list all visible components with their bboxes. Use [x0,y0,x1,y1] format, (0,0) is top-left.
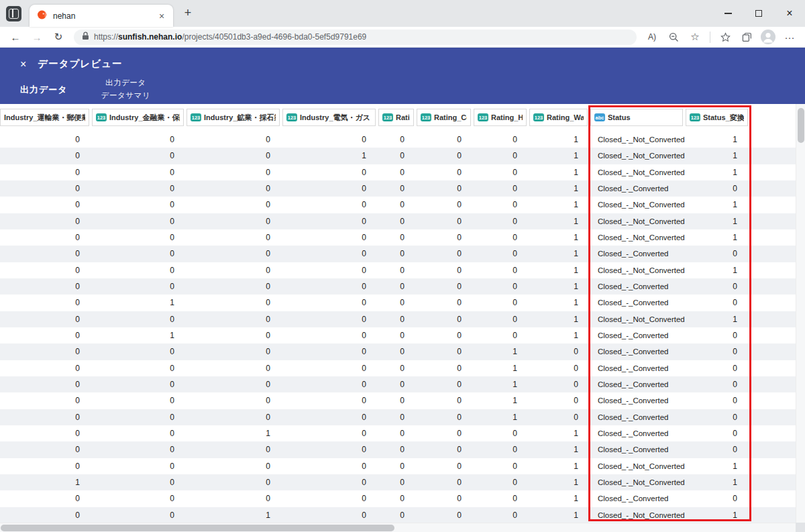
cell-rating-cold: 0 [417,262,474,278]
cell-status-converted: 0 [686,343,751,360]
column-header-industry-mining[interactable]: 123Industry_鉱業・採石業... [186,109,280,126]
cell-rating-cold: 0 [417,164,474,180]
table-row: 00000010Closed_-_Converted0 [0,343,796,360]
zoom-out-icon[interactable] [665,29,682,45]
cell-industry-transport: 0 [0,131,92,148]
vertical-scrollbar[interactable] [796,104,805,523]
cell-industry-mining: 0 [186,246,282,262]
column-header-rating-warm[interactable]: 123Rating_Warm [529,109,588,126]
horizontal-scrollbar-thumb[interactable] [1,525,394,531]
cell-rating: 0 [378,327,417,343]
column-header-industry-finance[interactable]: 123Industry_金融業・保険業 [92,109,184,126]
cell-industry-mining: 0 [186,327,282,343]
cell-industry-transport: 0 [0,376,92,392]
settings-menu-icon[interactable]: ··· [781,29,798,45]
cell-industry-mining: 0 [186,311,282,327]
cell-status: Closed_-_Converted [590,278,686,295]
refresh-button[interactable]: ↻ [50,29,67,45]
column-header-industry-utility[interactable]: 123Industry_電気・ガス・... [282,109,376,126]
vertical-scrollbar-thumb[interactable] [798,108,804,143]
cell-industry-transport: 0 [0,164,92,180]
column-header-industry-transport[interactable]: Industry_運輸業・郵便業 [0,109,89,126]
column-label: Status_変換後 [703,113,744,123]
cell-industry-utility: 0 [282,441,378,458]
table-row: 10000001Closed_-_Not_Converted1 [0,474,796,490]
toolbar-divider [710,32,710,43]
column-label: Rating_ [396,113,410,121]
cell-industry-utility: 0 [282,327,378,343]
cell-rating-hot: 0 [474,425,529,441]
table-row: 00010001Closed_-_Not_Converted1 [0,148,796,164]
cell-status-converted: 1 [686,458,751,474]
cell-industry-transport: 0 [0,458,92,474]
column-label: Industry_鉱業・採石業... [204,113,276,123]
lock-icon [82,31,89,43]
cell-rating: 0 [378,507,417,523]
url-text: https://sunfish.nehan.io/projects/40501d… [94,32,366,42]
browser-tab[interactable]: nehan × [30,5,173,27]
cell-industry-transport: 0 [0,278,92,295]
cell-rating-warm: 1 [529,197,590,213]
cell-industry-transport: 0 [0,180,92,197]
cell-industry-finance: 0 [92,131,186,148]
cell-industry-finance: 0 [92,180,186,197]
address-bar[interactable]: https://sunfish.nehan.io/projects/40501d… [74,30,637,45]
cell-rating-hot: 0 [474,507,529,523]
tab-actions-icon[interactable] [6,6,21,21]
cell-industry-transport: 0 [0,213,92,229]
cell-industry-finance: 0 [92,392,186,409]
cell-industry-finance: 0 [92,343,186,360]
cell-industry-utility: 0 [282,507,378,523]
text-type-icon: abc [594,113,605,121]
cell-rating-cold: 0 [417,295,474,311]
scrollbar-corner [796,523,805,532]
column-header-rating-hot[interactable]: 123Rating_Hot [474,109,527,126]
cell-rating-hot: 0 [474,278,529,295]
favorites-icon[interactable] [716,29,734,45]
tab-data-summary[interactable]: 出力データ データサマリ [101,76,150,104]
tab-output-data[interactable]: 出力データ [20,84,68,104]
cell-status: Closed_-_Converted [590,360,686,376]
table-row: 00000001Closed_-_Not_Converted1 [0,229,796,246]
cell-rating-warm: 1 [529,262,590,278]
window-close-button[interactable]: × [774,0,805,27]
minimize-icon [724,13,732,14]
cell-industry-transport: 0 [0,360,92,376]
column-label: Rating_Warm [547,113,584,121]
cell-industry-mining: 0 [186,474,282,490]
cell-status: Closed_-_Converted [590,295,686,311]
cell-rating: 0 [378,262,417,278]
new-tab-button[interactable]: + [181,7,195,20]
back-button[interactable]: ← [7,29,24,45]
collections-icon[interactable] [738,29,755,45]
cell-rating-cold: 0 [417,246,474,262]
tab-data-summary-line1: 出力データ [101,76,150,89]
profile-avatar[interactable] [759,29,777,45]
cell-industry-finance: 0 [92,164,186,180]
cell-rating-cold: 0 [417,343,474,360]
column-header-rating[interactable]: 123Rating_ [378,109,414,126]
column-header-rating-cold[interactable]: 123Rating_Cold [417,109,471,126]
favorites-add-icon[interactable]: ☆ [686,29,704,45]
cell-status-converted: 1 [686,164,751,180]
table-row: 00000010Closed_-_Converted0 [0,392,796,409]
tab-close-icon[interactable]: × [156,10,168,22]
window-minimize-button[interactable] [712,0,743,27]
window-maximize-button[interactable] [743,0,774,27]
cell-rating-warm: 1 [529,164,590,180]
cell-rating-hot: 0 [474,246,529,262]
cell-rating-cold: 0 [417,131,474,148]
cell-industry-finance: 0 [92,311,186,327]
cell-rating: 0 [378,360,417,376]
table-row: 00000001Closed_-_Not_Converted1 [0,458,796,474]
forward-button[interactable]: → [28,29,46,45]
table-row: 00100001Closed_-_Converted0 [0,425,796,441]
cell-industry-utility: 0 [282,197,378,213]
preview-close-icon[interactable]: × [20,59,26,70]
cell-industry-mining: 1 [186,507,282,523]
column-header-status[interactable]: abcStatus [590,109,683,126]
column-label: Industry_運輸業・郵便業 [4,113,85,123]
read-aloud-icon[interactable]: A) [643,29,661,45]
column-header-status-converted[interactable]: 123Status_変換後 [686,109,748,126]
horizontal-scrollbar[interactable] [0,523,796,532]
